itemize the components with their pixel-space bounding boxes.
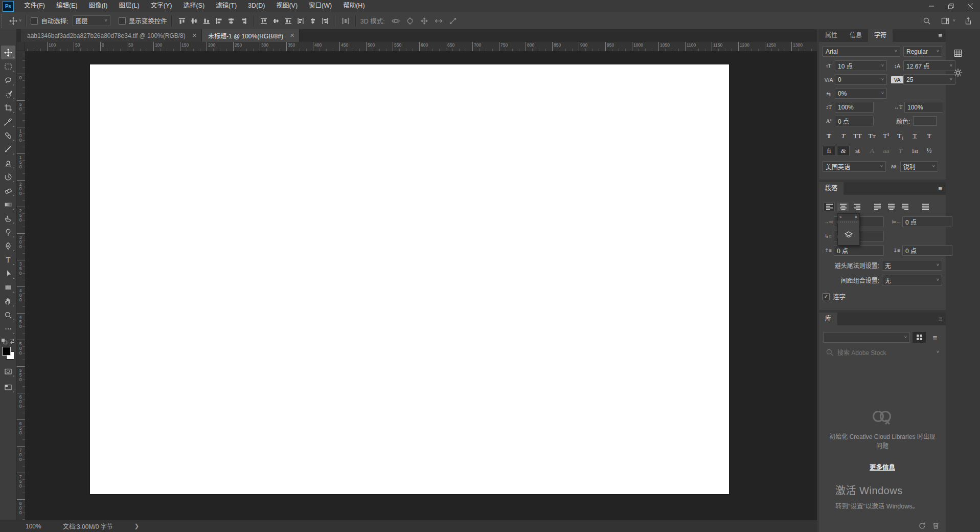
titling-alternates-button[interactable]: aa bbox=[880, 146, 893, 156]
rectangular-marquee-tool[interactable] bbox=[1, 59, 15, 73]
close-button[interactable] bbox=[961, 0, 980, 12]
tab-close-icon[interactable]: ✕ bbox=[290, 32, 294, 39]
menu-5[interactable]: 选择(S) bbox=[177, 0, 210, 12]
anti-alias-dropdown[interactable]: 锐利˅ bbox=[900, 161, 938, 172]
grid-view-button[interactable] bbox=[913, 332, 926, 343]
library-search-input[interactable]: 搜索 Adobe Stock ˅ bbox=[822, 345, 943, 360]
discretionary-ligatures-button[interactable]: st bbox=[851, 146, 864, 156]
swap-colors-icon[interactable] bbox=[9, 338, 16, 345]
justify-last-center-button[interactable] bbox=[885, 203, 897, 211]
canvas-area[interactable]: 1005005010015020025030035040045050055060… bbox=[17, 42, 817, 520]
kerning-dropdown[interactable]: 0˅ bbox=[835, 74, 887, 85]
edit-toolbar[interactable] bbox=[1, 322, 15, 336]
stylistic-alternates-button[interactable]: A bbox=[865, 146, 878, 156]
indent-right-field[interactable]: 0 点 bbox=[902, 216, 952, 227]
history-brush-tool[interactable] bbox=[1, 170, 15, 184]
font-size-dropdown[interactable]: 10 点˅ bbox=[835, 60, 887, 71]
horizontal-scale-field[interactable]: 100% bbox=[904, 102, 943, 113]
strikethrough-button[interactable]: Ŧ bbox=[923, 131, 936, 141]
space-after-field[interactable]: 0 点 bbox=[902, 245, 952, 256]
faux-italic-button[interactable]: T bbox=[837, 131, 850, 141]
3d-roll-button[interactable] bbox=[404, 15, 416, 27]
menu-1[interactable]: 编辑(E) bbox=[51, 0, 83, 12]
libraries-panel-menu-icon[interactable]: ≡ bbox=[938, 313, 942, 325]
underline-button[interactable]: T bbox=[908, 131, 921, 141]
align-horizontal-centers-button[interactable] bbox=[225, 15, 237, 27]
menu-0[interactable]: 文件(F) bbox=[18, 0, 51, 12]
space-before-field[interactable]: 0 点 bbox=[834, 245, 884, 256]
menu-8[interactable]: 视图(V) bbox=[270, 0, 303, 12]
search-icon[interactable] bbox=[921, 15, 932, 27]
paragraph-panel-menu-icon[interactable]: ≡ bbox=[938, 182, 942, 195]
horizontal-ruler[interactable]: 1005005010015020025030035040045050055060… bbox=[25, 42, 817, 52]
align-text-right-button[interactable] bbox=[851, 203, 862, 211]
dodge-tool[interactable] bbox=[1, 225, 15, 239]
foreground-color-chip[interactable] bbox=[2, 347, 11, 356]
menu-9[interactable]: 窗口(W) bbox=[303, 0, 337, 12]
align-left-edges-button[interactable] bbox=[213, 15, 224, 27]
mojikumi-dropdown[interactable]: 无˅ bbox=[882, 275, 942, 285]
document-tab-1[interactable]: aab1346baf3ad2ba827b26a80d78e34.tif @ 10… bbox=[21, 29, 202, 42]
workspace-icon[interactable] bbox=[940, 15, 951, 27]
tab-paragraph[interactable]: 段落 bbox=[819, 182, 844, 195]
lasso-tool[interactable] bbox=[1, 73, 15, 87]
auto-select-checkbox[interactable] bbox=[31, 17, 38, 25]
vertical-ruler[interactable]: 0501001502002503003504004505005506006507… bbox=[17, 51, 26, 520]
gradient-tool[interactable] bbox=[1, 197, 15, 211]
distribute-right-edges-button[interactable] bbox=[320, 15, 331, 27]
justify-all-button[interactable] bbox=[920, 203, 931, 211]
3d-scale-button[interactable] bbox=[447, 15, 459, 27]
trash-icon[interactable] bbox=[932, 522, 940, 529]
faux-bold-button[interactable]: T bbox=[823, 131, 835, 141]
more-info-link[interactable]: 更多信息 bbox=[870, 462, 895, 472]
3d-pan-button[interactable] bbox=[419, 15, 430, 27]
rectangle-tool[interactable] bbox=[1, 280, 15, 294]
ordinals-button[interactable]: 1st bbox=[908, 146, 921, 156]
hyphenation-checkbox[interactable]: ✓ bbox=[823, 293, 830, 300]
tracking-dropdown[interactable]: 25˅ bbox=[903, 74, 955, 85]
menu-6[interactable]: 滤镜(T) bbox=[210, 0, 242, 12]
align-text-left-button[interactable] bbox=[824, 203, 835, 211]
pen-tool[interactable] bbox=[1, 239, 15, 253]
menu-3[interactable]: 图层(L) bbox=[113, 0, 145, 12]
move-tool-preset-icon[interactable] bbox=[8, 15, 19, 27]
font-style-dropdown[interactable]: Regular˅ bbox=[903, 46, 942, 57]
subscript-button[interactable]: T₁ bbox=[894, 131, 907, 141]
document-canvas[interactable] bbox=[90, 64, 729, 494]
menu-2[interactable]: 图像(I) bbox=[83, 0, 113, 12]
tab-libraries[interactable]: 库 bbox=[819, 313, 837, 325]
crop-tool[interactable] bbox=[1, 101, 15, 115]
list-view-button[interactable]: ≡ bbox=[928, 332, 942, 343]
proportional-spacing-dropdown[interactable]: 0%˅ bbox=[835, 88, 887, 99]
kinsoku-dropdown[interactable]: 无˅ bbox=[882, 260, 942, 271]
sync-icon[interactable] bbox=[918, 522, 926, 529]
expand-panel-icon[interactable]: » bbox=[839, 215, 841, 219]
move-tool[interactable] bbox=[1, 46, 15, 59]
vertical-scale-field[interactable]: 100% bbox=[835, 102, 874, 113]
glyphs-panel-icon[interactable] bbox=[953, 49, 963, 58]
type-tool[interactable]: T bbox=[1, 253, 15, 267]
small-caps-button[interactable]: Tт bbox=[865, 131, 878, 141]
superscript-button[interactable]: T¹ bbox=[880, 131, 893, 141]
options-bar-grip[interactable] bbox=[1, 14, 5, 28]
spot-healing-brush-tool[interactable] bbox=[1, 128, 15, 142]
tool-preset-chevron-icon[interactable]: ˅ bbox=[19, 18, 21, 23]
3d-orbit-button[interactable] bbox=[390, 15, 401, 27]
distribute-vertical-centers-button[interactable] bbox=[270, 15, 282, 27]
tab-字符[interactable]: 字符 bbox=[868, 29, 893, 42]
leading-dropdown[interactable]: 12.67 点˅ bbox=[903, 60, 955, 71]
smudge-tool[interactable] bbox=[1, 211, 15, 225]
workspace-chevron-icon[interactable]: ˅ bbox=[953, 18, 955, 23]
distribute-bottom-edges-button[interactable] bbox=[283, 15, 294, 27]
eyedropper-tool[interactable] bbox=[1, 115, 15, 128]
distribute-spacing-button[interactable] bbox=[340, 15, 351, 27]
hand-tool[interactable] bbox=[1, 294, 15, 308]
menu-4[interactable]: 文字(Y) bbox=[145, 0, 178, 12]
tab-属性[interactable]: 属性 bbox=[819, 29, 844, 42]
auto-select-dropdown[interactable]: 图层˅ bbox=[73, 15, 110, 26]
screen-mode-button[interactable] bbox=[1, 380, 15, 394]
close-panel-icon[interactable]: ✕ bbox=[854, 215, 858, 219]
justify-last-left-button[interactable] bbox=[872, 203, 883, 211]
share-icon[interactable] bbox=[963, 15, 974, 27]
floating-collapsed-panel[interactable]: » ✕ bbox=[837, 213, 860, 246]
